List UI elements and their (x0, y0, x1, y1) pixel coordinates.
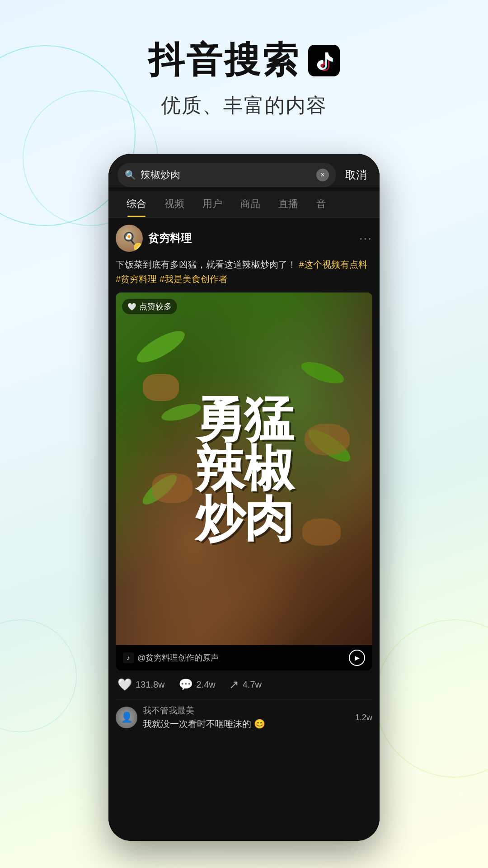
tab-comprehensive[interactable]: 综合 (117, 191, 155, 217)
username[interactable]: 贫穷料理 (148, 231, 354, 245)
phone-frame: 🔍 辣椒炒肉 × 取消 综合 视频 用户 商品 直播 (108, 154, 380, 841)
meat-1 (143, 374, 179, 401)
clear-button[interactable]: × (316, 169, 329, 181)
comment-text: 我就没一次看时不咽唾沫的 😊 (143, 718, 350, 730)
search-bar-container: 🔍 辣椒炒肉 × 取消 (108, 154, 380, 187)
sound-bar: ♪ @贫穷料理创作的原声 ▶ (116, 645, 372, 670)
video-thumbnail[interactable]: 🤍 点赞较多 勇猛辣椒炒肉 ♪ @贫穷料理创作的原声 ▶ (116, 292, 372, 670)
like-count: 131.8w (136, 679, 165, 690)
sound-text: @贫穷料理创作的原声 (137, 652, 219, 663)
search-icon: 🔍 (125, 170, 136, 180)
like-button[interactable]: 🤍 131.8w (117, 678, 165, 692)
tab-music[interactable]: 音 (307, 191, 335, 217)
hashtag-3[interactable]: #我是美食创作者 (160, 274, 228, 284)
share-button[interactable]: ↗ 4.7w (229, 678, 262, 692)
post-description: 下饭菜到底有多凶猛，就看这道辣椒炒肉了！ #这个视频有点料 #贫穷料理 #我是美… (116, 257, 372, 286)
like-icon: 🤍 (117, 678, 132, 692)
tab-live[interactable]: 直播 (269, 191, 307, 217)
tab-product[interactable]: 商品 (231, 191, 269, 217)
comment-item: 👤 我不管我最美 我就没一次看时不咽唾沫的 😊 1.2w (116, 705, 372, 730)
search-input-area[interactable]: 🔍 辣椒炒肉 × (117, 163, 336, 187)
share-icon: ↗ (229, 678, 239, 692)
comment-avatar: 👤 (116, 707, 137, 728)
sound-info: ♪ @贫穷料理创作的原声 (123, 652, 219, 663)
commenter-name: 我不管我最美 (143, 705, 350, 717)
user-card: 🍳 ✓ 贫穷料理 ··· (116, 225, 372, 252)
hashtag-2[interactable]: #贫穷料理 (116, 274, 157, 284)
comment-content: 我不管我最美 我就没一次看时不咽唾沫的 😊 (143, 705, 350, 730)
meat-3 (152, 473, 192, 503)
comment-icon: 💬 (178, 678, 193, 692)
like-badge: 🤍 点赞较多 (122, 299, 177, 314)
tiktok-logo (308, 45, 340, 76)
comment-count: 2.4w (197, 679, 216, 690)
meat-4 (302, 519, 341, 546)
bg-decoration-4 (375, 619, 488, 778)
app-title: 抖音搜索 (0, 36, 488, 85)
bg-decoration-3 (0, 619, 77, 732)
more-options-button[interactable]: ··· (359, 231, 372, 245)
content-area: 🍳 ✓ 贫穷料理 ··· 下饭菜到底有多凶猛，就看这道辣椒炒肉了！ #这个视频有… (108, 217, 380, 743)
search-query-text: 辣椒炒肉 (141, 168, 312, 182)
hashtag-1[interactable]: #这个视频有点料 (299, 259, 367, 269)
avatar: 🍳 ✓ (116, 225, 143, 252)
tab-video[interactable]: 视频 (155, 191, 193, 217)
tiktok-mini-icon: ♪ (123, 652, 134, 663)
interaction-bar: 🤍 131.8w 💬 2.4w ↗ 4.7w (116, 670, 372, 699)
verified-badge: ✓ (134, 243, 143, 252)
comment-section: 👤 我不管我最美 我就没一次看时不咽唾沫的 😊 1.2w (116, 699, 372, 736)
tabs-container: 综合 视频 用户 商品 直播 音 (108, 191, 380, 217)
phone-inner: 🔍 辣椒炒肉 × 取消 综合 视频 用户 商品 直播 (108, 154, 380, 841)
meat-2 (305, 424, 350, 455)
cancel-button[interactable]: 取消 (342, 168, 371, 182)
heart-icon: 🤍 (127, 302, 136, 311)
tab-user[interactable]: 用户 (193, 191, 231, 217)
share-count: 4.7w (243, 679, 262, 690)
play-button[interactable]: ▶ (349, 650, 365, 666)
video-title-text: 勇猛辣椒炒肉 (195, 394, 293, 543)
video-title-overlay: 勇猛辣椒炒肉 (195, 394, 293, 543)
header-section: 抖音搜索 优质、丰富的内容 (0, 0, 488, 137)
subtitle: 优质、丰富的内容 (0, 92, 488, 119)
comment-button[interactable]: 💬 2.4w (178, 678, 216, 692)
comment-likes: 1.2w (355, 713, 372, 722)
video-image: 🤍 点赞较多 勇猛辣椒炒肉 (116, 292, 372, 645)
